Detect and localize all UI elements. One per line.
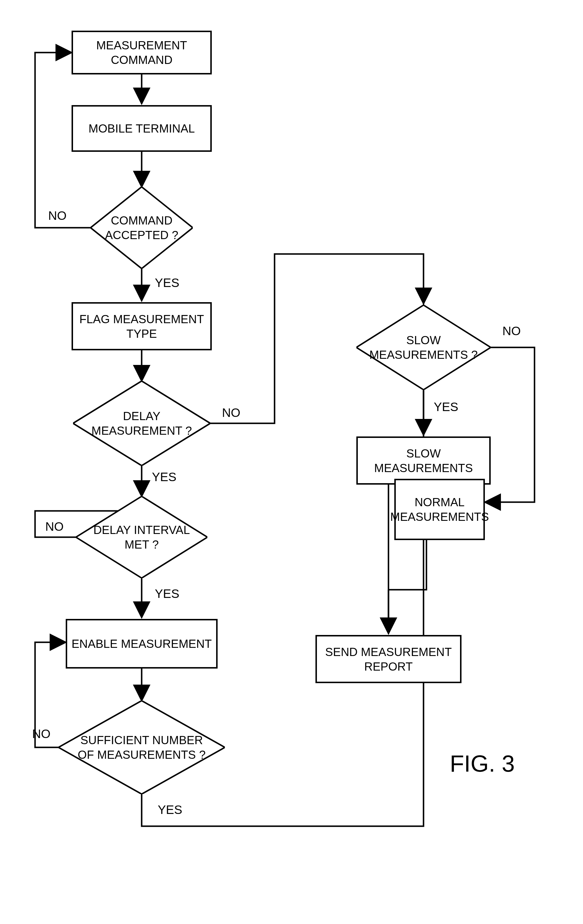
node-mobile-terminal: MOBILE TERMINAL (71, 105, 212, 152)
node-text: SLOW MEASUREMENTS (374, 446, 473, 475)
node-enable-measurement: ENABLE MEASUREMENT (66, 619, 218, 668)
edge-label-no: NO (222, 406, 240, 420)
node-text: SLOW MEASUREMENTS ? (369, 333, 477, 362)
node-text: COMMAND ACCEPTED ? (105, 213, 178, 242)
node-text: MOBILE TERMINAL (89, 121, 195, 136)
edge-label-yes: YES (434, 400, 458, 414)
node-measurement-command: MEASUREMENT COMMAND (71, 31, 212, 74)
node-delay-interval-met: DELAY INTERVAL MET ? (76, 496, 207, 578)
node-text: DELAY MEASUREMENT ? (91, 409, 192, 438)
figure-label: FIG. 3 (450, 750, 515, 777)
node-slow-measurements-decision: SLOW MEASUREMENTS ? (356, 305, 491, 390)
node-normal-measurements: NORMAL MEASUREMENTS (394, 479, 485, 540)
figure-label-text: FIG. 3 (450, 751, 515, 777)
edge-label-no: NO (48, 209, 67, 223)
node-sufficient-measurements: SUFFICIENT NUMBER OF MEASUREMENTS ? (58, 701, 225, 794)
edge-label-yes: YES (152, 470, 177, 484)
node-slow-measurements: SLOW MEASUREMENTS (356, 436, 491, 485)
node-flag-measurement-type: FLAG MEASUREMENT TYPE (71, 302, 212, 350)
node-text: MEASUREMENT COMMAND (96, 38, 187, 67)
node-text: FLAG MEASUREMENT TYPE (79, 312, 204, 341)
node-text: NORMAL MEASUREMENTS (390, 495, 489, 524)
edge-label-no: NO (502, 324, 521, 338)
edge-label-no: NO (32, 727, 51, 741)
node-delay-measurement: DELAY MEASUREMENT ? (73, 381, 210, 466)
node-send-measurement-report: SEND MEASUREMENT REPORT (315, 635, 461, 683)
node-text: ENABLE MEASUREMENT (71, 637, 212, 651)
edge-label-yes: YES (158, 803, 182, 817)
node-text: SEND MEASUREMENT REPORT (325, 645, 452, 674)
node-text: DELAY INTERVAL MET ? (94, 523, 190, 552)
flowchart-canvas: MEASUREMENT COMMAND MOBILE TERMINAL COMM… (0, 0, 583, 924)
edge-label-yes: YES (155, 276, 179, 290)
edge-label-no: NO (45, 520, 64, 534)
node-command-accepted: COMMAND ACCEPTED ? (91, 187, 193, 269)
node-text: SUFFICIENT NUMBER OF MEASUREMENTS ? (78, 733, 206, 762)
edge-label-yes: YES (155, 587, 179, 601)
